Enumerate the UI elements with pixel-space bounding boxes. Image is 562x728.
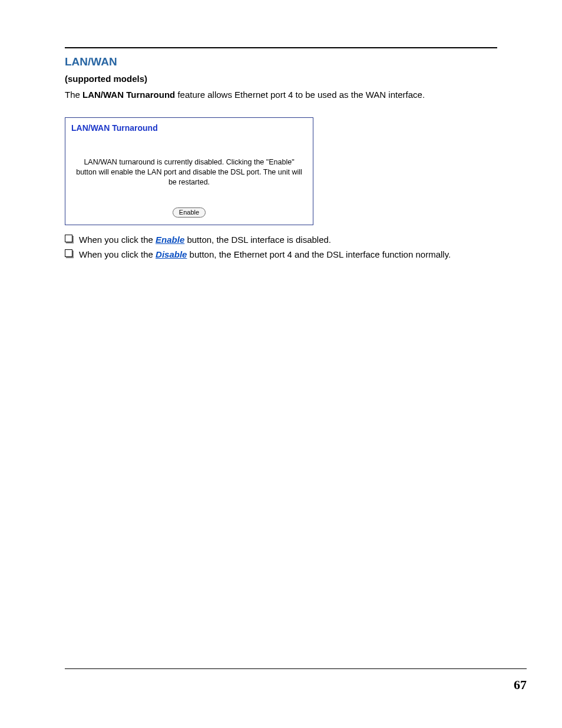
turnaround-panel: LAN/WAN Turnaround LAN/WAN turnaround is… [65,117,313,225]
footer-rule [65,668,527,669]
bullet-post: button, the Ethernet port 4 and the DSL … [187,249,451,259]
page-number: 67 [514,677,527,693]
panel-button-row: Enable [71,205,307,218]
content-area: LAN/WAN (supported models) The LAN/WAN T… [65,54,497,261]
list-item: When you click the Enable button, the DS… [65,233,497,246]
intro-bold-term: LAN/WAN Turnaround [82,90,175,100]
panel-message: LAN/WAN turnaround is currently disabled… [75,157,303,187]
intro-paragraph: The LAN/WAN Turnaround feature allows Et… [65,88,497,101]
section-subhead: (supported models) [65,73,497,85]
enable-keyword: Enable [156,235,184,245]
intro-pre: The [65,90,82,100]
intro-post: feature allows Ethernet port 4 to be use… [175,90,425,100]
list-item: When you click the Disable button, the E… [65,248,497,261]
bullet-post: button, the DSL interface is disabled. [184,235,331,245]
bullet-pre: When you click the [79,235,156,245]
panel-title: LAN/WAN Turnaround [71,123,307,134]
section-title: LAN/WAN [65,54,497,70]
page: LAN/WAN (supported models) The LAN/WAN T… [0,0,562,728]
enable-button[interactable]: Enable [173,207,206,218]
bullet-pre: When you click the [79,249,156,259]
square-bullet-icon [65,249,72,257]
top-rule [65,47,497,48]
bullet-list: When you click the Enable button, the DS… [65,233,497,261]
square-bullet-icon [65,235,72,242]
disable-keyword: Disable [156,249,187,259]
